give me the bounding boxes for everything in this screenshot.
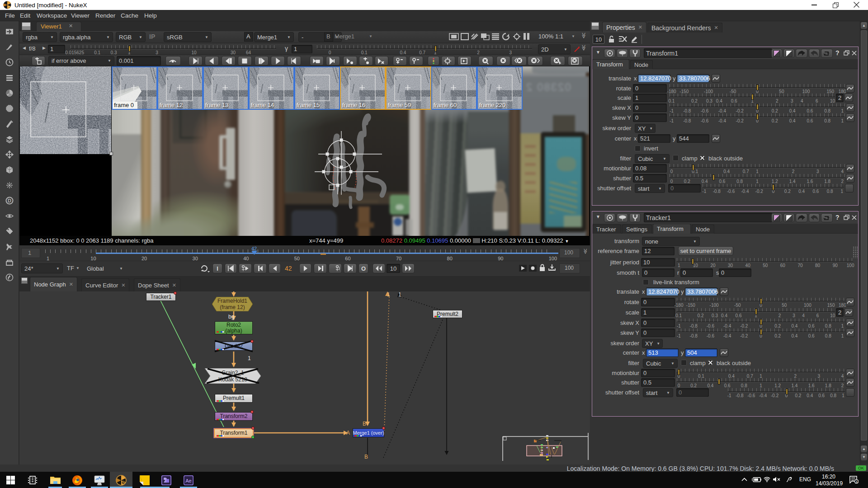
svg-text:frame 14: frame 14 [251, 102, 274, 108]
svg-text:D: D [8, 198, 11, 203]
svg-text:Ae: Ae [185, 478, 191, 483]
svg-text:frame 13: frame 13 [205, 102, 228, 108]
svg-text:frame 59: frame 59 [388, 102, 411, 108]
svg-text:FrameHold1: FrameHold1 [217, 298, 247, 304]
svg-text:frame 12: frame 12 [160, 102, 183, 108]
svg-text:frame 220: frame 220 [479, 102, 506, 108]
svg-text:x: x [9, 6, 10, 9]
svg-text:Grain2_1: Grain2_1 [222, 370, 244, 376]
svg-text:3: 3 [855, 480, 858, 483]
svg-text:frame 16: frame 16 [342, 102, 365, 108]
svg-text:frame 0: frame 0 [114, 102, 134, 108]
svg-text:(frame 12): (frame 12) [220, 304, 245, 310]
svg-text:frame 60: frame 60 [434, 102, 457, 108]
svg-text:Kodak 5218: Kodak 5218 [218, 376, 247, 383]
svg-text:frame 15: frame 15 [297, 102, 320, 108]
